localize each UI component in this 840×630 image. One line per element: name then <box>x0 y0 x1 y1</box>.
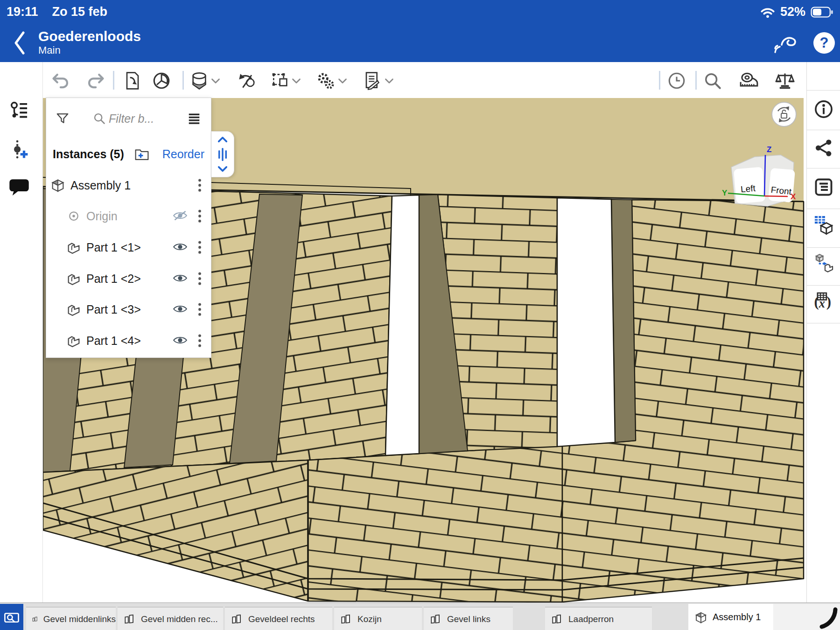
history-pie-button[interactable] <box>151 70 172 91</box>
tab-laadperron[interactable]: Laadperron <box>545 607 652 630</box>
filter-funnel-icon[interactable] <box>56 112 70 126</box>
tab-gevel-links[interactable]: Gevel links <box>424 607 513 630</box>
visibility-eye-icon[interactable] <box>173 303 187 315</box>
instance-row-origin[interactable]: Origin <box>46 203 211 230</box>
chevron-down-icon <box>385 78 394 84</box>
info-button[interactable] <box>813 98 834 120</box>
measure-button[interactable] <box>738 70 760 91</box>
follow-mode-icon <box>773 32 798 54</box>
svg-text:x: x <box>819 296 825 310</box>
right-rail: (x) <box>806 62 840 602</box>
partstudio-icon <box>340 613 353 626</box>
transform-icon <box>237 71 255 90</box>
partstudio-icon <box>32 613 39 626</box>
battery-icon <box>810 6 834 18</box>
visibility-eye-icon[interactable] <box>173 335 187 346</box>
tab-label: Gevel links <box>447 614 490 624</box>
bom-edit-button[interactable] <box>361 70 383 91</box>
back-button[interactable] <box>7 30 33 56</box>
chevron-down-icon[interactable] <box>217 166 228 172</box>
insert-derived-icon <box>124 71 141 90</box>
share-icon <box>814 139 833 157</box>
overflow-menu-icon[interactable] <box>196 272 203 286</box>
toolbar-separator <box>113 71 114 90</box>
tab-assembly-1[interactable]: Assembly 1 <box>688 604 773 630</box>
list-view-icon[interactable] <box>187 112 201 126</box>
bom-edit-icon <box>364 71 380 90</box>
battery-percent: 52% <box>780 5 805 19</box>
tab-geveldeel-rechts[interactable]: Geveldeel rechts <box>225 607 332 630</box>
view-cube[interactable]: Left Front Z Y X <box>722 145 796 206</box>
assembly-features-dropdown[interactable] <box>336 70 349 91</box>
search-tools-button[interactable] <box>702 70 723 91</box>
instance-label: Assembly 1 <box>70 172 131 199</box>
view-cube-widget[interactable]: Left Front Z Y X <box>721 97 804 209</box>
history-pie-icon <box>152 71 171 90</box>
outline-button[interactable] <box>813 176 834 198</box>
feature-list-button[interactable] <box>8 99 30 121</box>
select-dropdown[interactable] <box>290 70 302 91</box>
instance-row-part[interactable]: Part 1 <2> <box>46 265 211 292</box>
view-cube-left-label[interactable]: Left <box>740 183 756 195</box>
chevron-down-icon <box>338 78 347 84</box>
select-button[interactable] <box>270 70 291 91</box>
reorder-link[interactable]: Reorder <box>162 142 204 166</box>
help-button[interactable]: ? <box>811 30 837 56</box>
instance-label: Origin <box>86 203 118 230</box>
part-tools-button[interactable] <box>189 70 210 91</box>
share-button[interactable] <box>813 137 834 159</box>
undo-button[interactable] <box>50 70 72 91</box>
visibility-off-icon[interactable] <box>173 210 187 221</box>
tab-label: Gevel middenlinks <box>43 614 116 624</box>
info-icon <box>814 99 833 119</box>
part-tools-dropdown[interactable] <box>210 70 222 91</box>
part-icon <box>66 271 82 287</box>
axis-x-label: X <box>791 192 796 201</box>
tab-label: Laadperron <box>568 614 614 624</box>
add-folder-icon[interactable] <box>134 147 150 161</box>
filter-input[interactable]: Filter b... <box>109 105 154 132</box>
history-button[interactable] <box>666 70 687 91</box>
rotation-lock-button[interactable] <box>772 102 796 126</box>
tab-gevel-midden-rechts[interactable]: Gevel midden rec... <box>118 607 223 630</box>
instance-row-part[interactable]: Part 1 <1> <box>46 234 211 261</box>
tab-gevel-middenlinks[interactable]: Gevel middenlinks <box>26 607 116 630</box>
mass-properties-button[interactable] <box>774 70 796 91</box>
feature-list-icon <box>9 100 29 120</box>
instance-row-part[interactable]: Part 1 <4> <box>46 327 211 354</box>
insert-button[interactable] <box>122 70 143 91</box>
overflow-menu-icon[interactable] <box>196 334 203 348</box>
insert-instance-button[interactable] <box>813 252 834 273</box>
status-time: 19:11 <box>7 5 38 19</box>
assembly-features-button[interactable] <box>315 70 336 91</box>
help-icon: ? <box>813 32 835 54</box>
tab-kozijn[interactable]: Kozijn <box>334 607 422 630</box>
drag-bars-icon <box>217 147 228 162</box>
overflow-menu-icon[interactable] <box>196 178 203 192</box>
redo-button[interactable] <box>84 70 106 91</box>
visibility-eye-icon[interactable] <box>173 241 187 252</box>
comment-button[interactable] <box>8 176 30 198</box>
panel-resize-handle[interactable] <box>211 131 234 177</box>
overflow-menu-icon[interactable] <box>196 302 203 316</box>
corner-gesture-arc <box>812 607 839 630</box>
chevron-up-icon[interactable] <box>217 136 228 143</box>
overflow-menu-icon[interactable] <box>196 209 203 223</box>
chevron-down-icon <box>211 78 220 84</box>
instance-row-assembly[interactable]: Assembly 1 <box>46 172 211 199</box>
visibility-eye-icon[interactable] <box>173 273 187 284</box>
tape-measure-icon <box>739 71 759 90</box>
bom-edit-dropdown[interactable] <box>383 70 395 91</box>
tab-label: Kozijn <box>357 614 382 624</box>
configurations-button[interactable]: (x) <box>813 290 834 311</box>
overflow-menu-icon[interactable] <box>196 240 203 254</box>
transform-button[interactable] <box>235 70 257 91</box>
balance-scale-icon <box>775 71 795 90</box>
mate-add-button[interactable] <box>8 139 30 160</box>
follow-mode-button[interactable] <box>773 30 799 56</box>
tab-manager-button[interactable] <box>0 604 23 630</box>
toolbar-separator <box>695 71 697 90</box>
bom-table-icon <box>813 215 834 235</box>
instance-row-part[interactable]: Part 1 <3> <box>46 296 211 323</box>
bom-table-button[interactable] <box>813 214 834 236</box>
